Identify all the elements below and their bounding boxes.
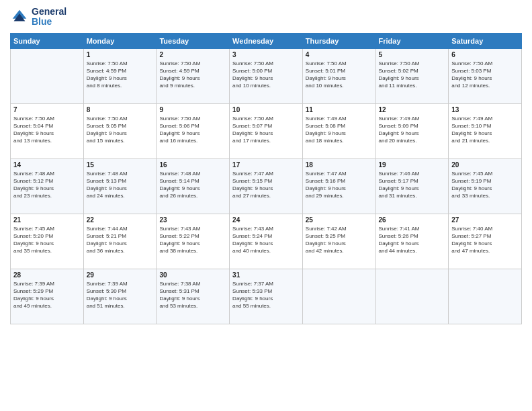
cell-3-3: 16Sunrise: 7:48 AM Sunset: 5:14 PM Dayli… xyxy=(157,158,230,214)
cell-info: Sunrise: 7:48 AM Sunset: 5:12 PM Dayligh… xyxy=(13,170,81,200)
cell-5-3: 30Sunrise: 7:38 AM Sunset: 5:31 PM Dayli… xyxy=(157,269,230,324)
day-number: 15 xyxy=(87,161,154,169)
cell-1-3: 2Sunrise: 7:50 AM Sunset: 4:59 PM Daylig… xyxy=(157,48,230,103)
cell-info: Sunrise: 7:49 AM Sunset: 5:08 PM Dayligh… xyxy=(306,115,373,145)
cell-info: Sunrise: 7:44 AM Sunset: 5:21 PM Dayligh… xyxy=(87,225,154,255)
cell-info: Sunrise: 7:48 AM Sunset: 5:13 PM Dayligh… xyxy=(87,170,154,200)
cell-2-3: 9Sunrise: 7:50 AM Sunset: 5:06 PM Daylig… xyxy=(157,103,230,158)
page: General Blue SundayMondayTuesdayWednesda… xyxy=(0,0,532,411)
cell-info: Sunrise: 7:50 AM Sunset: 5:00 PM Dayligh… xyxy=(232,60,300,90)
cell-3-4: 17Sunrise: 7:47 AM Sunset: 5:15 PM Dayli… xyxy=(230,158,303,214)
cell-4-7: 27Sunrise: 7:40 AM Sunset: 5:27 PM Dayli… xyxy=(449,214,522,269)
day-number: 5 xyxy=(379,51,446,58)
cell-4-5: 25Sunrise: 7:42 AM Sunset: 5:25 PM Dayli… xyxy=(302,214,375,269)
cell-info: Sunrise: 7:45 AM Sunset: 5:20 PM Dayligh… xyxy=(13,225,81,255)
cell-3-5: 18Sunrise: 7:47 AM Sunset: 5:16 PM Dayli… xyxy=(302,158,375,214)
day-number: 1 xyxy=(87,51,154,58)
day-number: 21 xyxy=(13,216,81,224)
day-number: 18 xyxy=(306,161,373,169)
day-number: 9 xyxy=(159,106,226,113)
cell-3-1: 14Sunrise: 7:48 AM Sunset: 5:12 PM Dayli… xyxy=(11,158,84,214)
day-number: 23 xyxy=(159,216,226,224)
week-row-2: 7Sunrise: 7:50 AM Sunset: 5:04 PM Daylig… xyxy=(11,103,522,158)
cell-4-1: 21Sunrise: 7:45 AM Sunset: 5:20 PM Dayli… xyxy=(11,214,84,269)
cell-1-6: 5Sunrise: 7:50 AM Sunset: 5:02 PM Daylig… xyxy=(375,48,449,103)
day-number: 11 xyxy=(306,106,373,113)
day-number: 22 xyxy=(87,216,154,224)
cell-2-1: 7Sunrise: 7:50 AM Sunset: 5:04 PM Daylig… xyxy=(11,103,84,158)
day-number: 2 xyxy=(159,51,226,58)
cell-2-7: 13Sunrise: 7:49 AM Sunset: 5:10 PM Dayli… xyxy=(449,103,522,158)
cell-2-6: 12Sunrise: 7:49 AM Sunset: 5:09 PM Dayli… xyxy=(375,103,449,158)
week-row-5: 28Sunrise: 7:39 AM Sunset: 5:29 PM Dayli… xyxy=(11,269,522,324)
day-number: 31 xyxy=(232,271,300,279)
cell-2-5: 11Sunrise: 7:49 AM Sunset: 5:08 PM Dayli… xyxy=(302,103,375,158)
cell-info: Sunrise: 7:42 AM Sunset: 5:25 PM Dayligh… xyxy=(306,225,373,255)
day-number: 20 xyxy=(451,161,519,169)
cell-info: Sunrise: 7:45 AM Sunset: 5:19 PM Dayligh… xyxy=(451,170,519,200)
day-number: 6 xyxy=(451,51,519,58)
header-row: SundayMondayTuesdayWednesdayThursdayFrid… xyxy=(11,33,522,48)
cell-5-4: 31Sunrise: 7:37 AM Sunset: 5:33 PM Dayli… xyxy=(230,269,303,324)
week-row-3: 14Sunrise: 7:48 AM Sunset: 5:12 PM Dayli… xyxy=(11,158,522,214)
cell-info: Sunrise: 7:50 AM Sunset: 5:02 PM Dayligh… xyxy=(379,60,446,90)
cell-info: Sunrise: 7:40 AM Sunset: 5:27 PM Dayligh… xyxy=(451,225,519,255)
day-number: 8 xyxy=(87,106,154,113)
cell-info: Sunrise: 7:49 AM Sunset: 5:10 PM Dayligh… xyxy=(451,115,519,145)
col-header-thursday: Thursday xyxy=(302,33,375,48)
week-row-1: 1Sunrise: 7:50 AM Sunset: 4:59 PM Daylig… xyxy=(11,48,522,103)
day-number: 10 xyxy=(232,106,300,113)
cell-info: Sunrise: 7:50 AM Sunset: 5:05 PM Dayligh… xyxy=(87,115,154,145)
cell-info: Sunrise: 7:49 AM Sunset: 5:09 PM Dayligh… xyxy=(379,115,446,145)
cell-1-4: 3Sunrise: 7:50 AM Sunset: 5:00 PM Daylig… xyxy=(230,48,303,103)
day-number: 7 xyxy=(13,106,81,113)
week-row-4: 21Sunrise: 7:45 AM Sunset: 5:20 PM Dayli… xyxy=(11,214,522,269)
col-header-tuesday: Tuesday xyxy=(157,33,230,48)
cell-5-7 xyxy=(449,269,522,324)
cell-info: Sunrise: 7:41 AM Sunset: 5:26 PM Dayligh… xyxy=(379,225,446,255)
day-number: 14 xyxy=(13,161,81,169)
cell-4-2: 22Sunrise: 7:44 AM Sunset: 5:21 PM Dayli… xyxy=(83,214,157,269)
cell-2-2: 8Sunrise: 7:50 AM Sunset: 5:05 PM Daylig… xyxy=(83,103,157,158)
cell-3-6: 19Sunrise: 7:46 AM Sunset: 5:17 PM Dayli… xyxy=(375,158,449,214)
cell-5-2: 29Sunrise: 7:39 AM Sunset: 5:30 PM Dayli… xyxy=(83,269,157,324)
col-header-sunday: Sunday xyxy=(11,33,84,48)
cell-info: Sunrise: 7:43 AM Sunset: 5:22 PM Dayligh… xyxy=(159,225,226,255)
cell-5-5 xyxy=(302,269,375,324)
day-number: 26 xyxy=(379,216,446,224)
cell-4-3: 23Sunrise: 7:43 AM Sunset: 5:22 PM Dayli… xyxy=(157,214,230,269)
cell-info: Sunrise: 7:48 AM Sunset: 5:14 PM Dayligh… xyxy=(159,170,226,200)
day-number: 12 xyxy=(379,106,446,113)
day-number: 30 xyxy=(159,271,226,279)
cell-info: Sunrise: 7:50 AM Sunset: 5:06 PM Dayligh… xyxy=(159,115,226,145)
day-number: 29 xyxy=(87,271,154,279)
col-header-wednesday: Wednesday xyxy=(230,33,303,48)
day-number: 24 xyxy=(232,216,300,224)
cell-4-4: 24Sunrise: 7:43 AM Sunset: 5:24 PM Dayli… xyxy=(230,214,303,269)
cell-5-1: 28Sunrise: 7:39 AM Sunset: 5:29 PM Dayli… xyxy=(11,269,84,324)
cell-3-2: 15Sunrise: 7:48 AM Sunset: 5:13 PM Dayli… xyxy=(83,158,157,214)
cell-info: Sunrise: 7:47 AM Sunset: 5:15 PM Dayligh… xyxy=(232,170,300,200)
cell-4-6: 26Sunrise: 7:41 AM Sunset: 5:26 PM Dayli… xyxy=(375,214,449,269)
cell-2-4: 10Sunrise: 7:50 AM Sunset: 5:07 PM Dayli… xyxy=(230,103,303,158)
col-header-monday: Monday xyxy=(83,33,157,48)
cell-info: Sunrise: 7:47 AM Sunset: 5:16 PM Dayligh… xyxy=(306,170,373,200)
cell-5-6 xyxy=(375,269,449,324)
cell-info: Sunrise: 7:50 AM Sunset: 5:07 PM Dayligh… xyxy=(232,115,300,145)
cell-3-7: 20Sunrise: 7:45 AM Sunset: 5:19 PM Dayli… xyxy=(449,158,522,214)
logo-icon xyxy=(10,7,29,26)
day-number: 17 xyxy=(232,161,300,169)
cell-info: Sunrise: 7:38 AM Sunset: 5:31 PM Dayligh… xyxy=(159,280,226,310)
day-number: 28 xyxy=(13,271,81,279)
cell-info: Sunrise: 7:39 AM Sunset: 5:30 PM Dayligh… xyxy=(87,280,154,310)
cell-info: Sunrise: 7:37 AM Sunset: 5:33 PM Dayligh… xyxy=(232,280,300,310)
cell-info: Sunrise: 7:39 AM Sunset: 5:29 PM Dayligh… xyxy=(13,280,81,310)
cell-info: Sunrise: 7:50 AM Sunset: 5:01 PM Dayligh… xyxy=(306,60,373,90)
col-header-friday: Friday xyxy=(375,33,449,48)
day-number: 4 xyxy=(306,51,373,58)
cell-info: Sunrise: 7:43 AM Sunset: 5:24 PM Dayligh… xyxy=(232,225,300,255)
day-number: 25 xyxy=(306,216,373,224)
day-number: 13 xyxy=(451,106,519,113)
header: General Blue xyxy=(10,7,522,28)
cell-info: Sunrise: 7:50 AM Sunset: 4:59 PM Dayligh… xyxy=(87,60,154,90)
